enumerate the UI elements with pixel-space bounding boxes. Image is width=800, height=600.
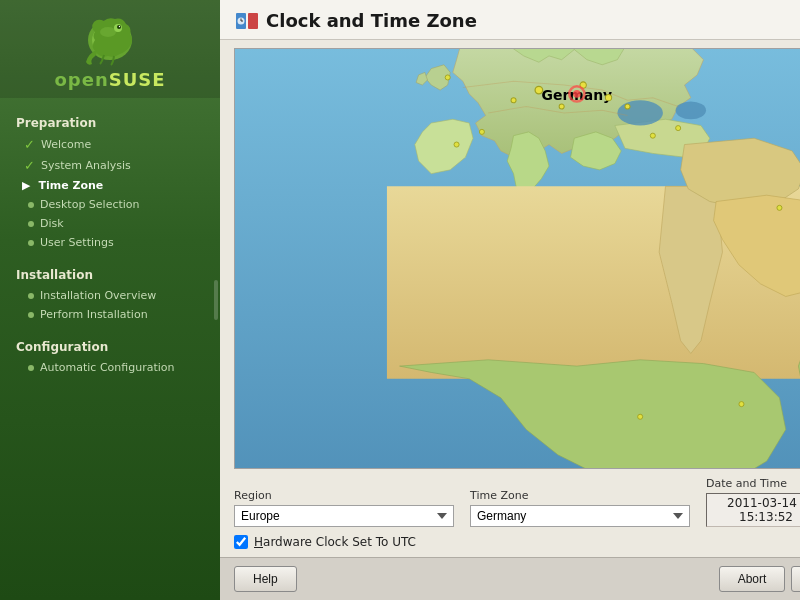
svg-point-30 — [573, 90, 581, 98]
svg-point-22 — [479, 129, 484, 134]
region-label: Region — [234, 489, 454, 502]
logo-area: openSUSE — [0, 0, 220, 98]
check-icon: ✓ — [24, 158, 35, 173]
bullet-icon — [28, 312, 34, 318]
clock-icon — [236, 13, 258, 29]
back-button[interactable]: Back — [791, 566, 800, 592]
svg-point-27 — [739, 402, 744, 407]
hw-clock-text: ardware Clock Set To UTC — [263, 535, 416, 549]
section-title-installation: Installation — [0, 260, 220, 286]
svg-point-19 — [625, 104, 630, 109]
svg-rect-7 — [248, 13, 258, 29]
hw-clock-underline-h: H — [254, 535, 263, 549]
sidebar: openSUSE Preparation ✓ Welcome ✓ System … — [0, 0, 220, 600]
sidebar-item-time-zone[interactable]: ▶ Time Zone — [0, 176, 220, 195]
sidebar-item-desktop-selection[interactable]: Desktop Selection — [0, 195, 220, 214]
svg-point-20 — [559, 104, 564, 109]
hw-clock-row: Hardware Clock Set To UTC — [234, 535, 800, 549]
hw-clock-label[interactable]: Hardware Clock Set To UTC — [254, 535, 416, 549]
navigation-buttons: Abort Back Next — [719, 566, 800, 592]
sidebar-item-welcome[interactable]: ✓ Welcome — [0, 134, 220, 155]
timezone-select[interactable]: Germany France UK Spain Italy — [470, 505, 690, 527]
svg-point-13 — [617, 100, 663, 125]
timezone-field-group: Time Zone Germany France UK Spain Italy — [470, 489, 690, 527]
region-timezone-row: Region Europe America Asia Africa Austra… — [234, 477, 800, 527]
svg-point-18 — [511, 98, 516, 103]
svg-point-25 — [676, 126, 681, 131]
scroll-hint — [214, 280, 218, 320]
datetime-value: 2011-03-14 - 15:13:52 — [706, 493, 800, 527]
map-container[interactable]: Germany — [234, 48, 800, 469]
sidebar-item-system-analysis[interactable]: ✓ System Analysis — [0, 155, 220, 176]
bullet-icon — [28, 240, 34, 246]
svg-point-5 — [100, 27, 116, 37]
svg-point-14 — [676, 101, 706, 119]
svg-point-21 — [445, 75, 450, 80]
check-icon: ✓ — [24, 137, 35, 152]
suse-logo-text: openSUSE — [54, 69, 165, 90]
section-title-preparation: Preparation — [0, 108, 220, 134]
svg-point-4 — [119, 26, 120, 27]
sidebar-item-disk[interactable]: Disk — [0, 214, 220, 233]
main-content-area: Clock and Time Zone — [220, 0, 800, 600]
svg-point-28 — [638, 414, 643, 419]
abort-button[interactable]: Abort — [719, 566, 786, 592]
svg-point-15 — [535, 86, 543, 94]
datetime-value-row: 2011-03-14 - 15:13:52 Change... — [706, 493, 800, 527]
arrow-icon: ▶ — [22, 179, 30, 192]
page-title: Clock and Time Zone — [266, 10, 477, 31]
sidebar-item-installation-overview[interactable]: Installation Overview — [0, 286, 220, 305]
svg-point-23 — [454, 142, 459, 147]
svg-point-24 — [650, 133, 655, 138]
help-button[interactable]: Help — [234, 566, 297, 592]
datetime-label: Date and Time — [706, 477, 800, 490]
main-content: Germany — [220, 40, 800, 557]
section-title-configuration: Configuration — [0, 332, 220, 358]
chameleon-icon — [80, 12, 140, 67]
sidebar-item-user-settings[interactable]: User Settings — [0, 233, 220, 252]
bullet-icon — [28, 365, 34, 371]
svg-point-3 — [117, 25, 121, 29]
bottom-bar: Help Abort Back Next — [220, 557, 800, 600]
bullet-icon — [28, 293, 34, 299]
svg-point-26 — [777, 205, 782, 210]
sidebar-nav: Preparation ✓ Welcome ✓ System Analysis … — [0, 98, 220, 600]
region-select[interactable]: Europe America Asia Africa Australia — [234, 505, 454, 527]
hw-clock-checkbox[interactable] — [234, 535, 248, 549]
bullet-icon — [28, 221, 34, 227]
suse-logo: openSUSE — [54, 12, 165, 90]
datetime-group: Date and Time 2011-03-14 - 15:13:52 Chan… — [706, 477, 800, 527]
svg-point-17 — [605, 95, 611, 101]
sidebar-item-automatic-configuration[interactable]: Automatic Configuration — [0, 358, 220, 377]
world-map: Germany — [235, 49, 800, 468]
region-field-group: Region Europe America Asia Africa Austra… — [234, 489, 454, 527]
timezone-label: Time Zone — [470, 489, 690, 502]
bullet-icon — [28, 202, 34, 208]
sidebar-item-perform-installation[interactable]: Perform Installation — [0, 305, 220, 324]
page-header: Clock and Time Zone — [220, 0, 800, 40]
